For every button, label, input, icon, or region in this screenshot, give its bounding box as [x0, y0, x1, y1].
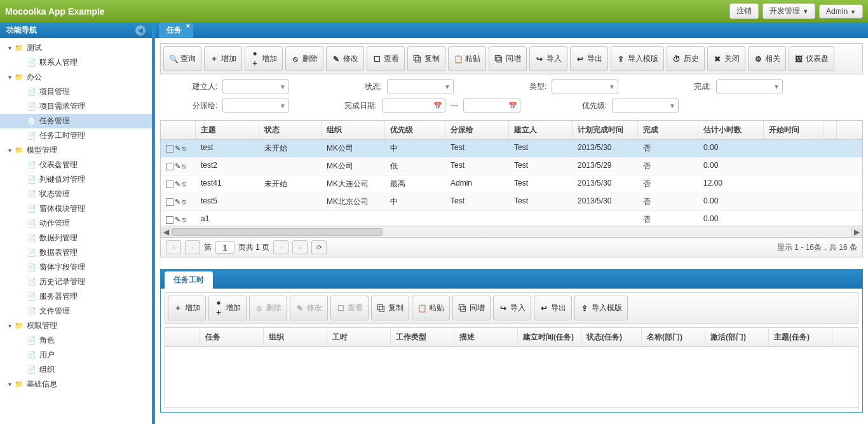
tree-item[interactable]: 📄项目管理: [0, 85, 152, 99]
caret-down-icon[interactable]: ▾: [5, 74, 14, 81]
last-page-button[interactable]: »: [292, 240, 308, 254]
sub-toolbar-同增-button[interactable]: ⿻同增: [452, 296, 491, 320]
toolbar-增加-button[interactable]: ●＋增加: [245, 46, 283, 71]
col-start[interactable]: 开始时间: [764, 121, 824, 139]
table-row[interactable]: ✎⦸a1否0.00: [161, 211, 862, 226]
sub-toolbar-修改-button[interactable]: ✎修改: [290, 296, 328, 320]
sub-col-worktype[interactable]: 工作类型: [391, 328, 454, 346]
priority-combo[interactable]: ▼: [612, 99, 679, 113]
col-assign[interactable]: 分派给: [445, 121, 509, 139]
table-row[interactable]: ✎⦸test未开始MK公司中TestTest2013/5/30否0.00: [161, 140, 862, 158]
scroll-right-icon[interactable]: ▶: [851, 228, 862, 236]
refresh-button[interactable]: ⟳: [311, 240, 327, 254]
delete-icon[interactable]: ⦸: [182, 198, 186, 206]
tree-item[interactable]: 📄历史记录管理: [0, 275, 152, 289]
scroll-left-icon[interactable]: ◀: [161, 228, 172, 236]
edit-icon[interactable]: ✎: [175, 162, 180, 170]
creator-combo[interactable]: ▼: [222, 79, 289, 93]
tree-item[interactable]: ▾📁模型管理: [0, 143, 152, 158]
tree-item[interactable]: 📄数据表管理: [0, 245, 152, 260]
col-subject[interactable]: 主题: [196, 121, 259, 139]
toolbar-相关-button[interactable]: ⚙相关: [748, 46, 786, 71]
tree-item[interactable]: 📄联系人管理: [0, 55, 152, 70]
tree-item[interactable]: 📄角色: [0, 333, 152, 348]
tree-item[interactable]: 📄动作管理: [0, 216, 152, 231]
caret-down-icon[interactable]: ▾: [5, 322, 14, 329]
scroll-thumb[interactable]: [172, 228, 383, 236]
collapse-left-icon[interactable]: ◀: [135, 25, 146, 36]
close-icon[interactable]: ✕: [186, 23, 191, 29]
tree-item[interactable]: 📄列键值对管理: [0, 172, 152, 187]
col-est[interactable]: 估计小时数: [698, 121, 764, 139]
delete-icon[interactable]: ⦸: [182, 144, 186, 153]
tree-item[interactable]: 📄项目需求管理: [0, 99, 152, 114]
toolbar-查询-button[interactable]: 🔍查询: [163, 46, 201, 71]
tree-item[interactable]: ▾📁基础信息: [0, 377, 152, 392]
dev-mgmt-button[interactable]: 开发管理▼: [763, 3, 815, 19]
row-checkbox[interactable]: [166, 145, 173, 153]
tree-item[interactable]: 📄用户: [0, 348, 152, 362]
row-checkbox[interactable]: [166, 198, 173, 206]
sub-toolbar-粘贴-button[interactable]: 📋粘贴: [412, 296, 450, 320]
status-combo[interactable]: ▼: [387, 79, 454, 93]
sub-col-build-time[interactable]: 建立时间(任务): [518, 328, 581, 346]
edit-icon[interactable]: ✎: [175, 144, 180, 153]
table-row[interactable]: ✎⦸test5MK北京公司中TestTest2013/5/30否0.00: [161, 193, 862, 211]
sub-toolbar-增加-button[interactable]: ●＋增加: [208, 296, 247, 320]
toolbar-仪表盘-button[interactable]: 🖼仪表盘: [789, 46, 834, 71]
sub-toolbar-导入模版-button[interactable]: ⇪导入模版: [574, 296, 628, 320]
delete-icon[interactable]: ⦸: [182, 215, 186, 224]
table-row[interactable]: ✎⦸test2MK公司低TestTest2013/5/29否0.00: [161, 158, 862, 175]
logout-button[interactable]: 注销: [729, 3, 759, 19]
col-org[interactable]: 组织: [322, 121, 385, 139]
sub-col-status[interactable]: 状态(任务): [581, 328, 642, 346]
toolbar-导入模版-button[interactable]: ⇪导入模版: [611, 46, 664, 71]
tree-item[interactable]: 📄服务器管理: [0, 289, 152, 304]
tree-item[interactable]: 📄任务工时管理: [0, 128, 152, 143]
toolbar-查看-button[interactable]: ☐查看: [367, 46, 405, 71]
tree-item[interactable]: ▾📁权限管理: [0, 318, 152, 333]
sub-tab-task-hours[interactable]: 任务工时: [165, 271, 213, 289]
type-combo[interactable]: ▼: [552, 79, 618, 93]
sub-col-dept-name[interactable]: 名称(部门): [642, 328, 705, 346]
toolbar-导入-button[interactable]: ↪导入: [529, 46, 567, 71]
toolbar-删除-button[interactable]: ⦸删除: [285, 46, 323, 71]
tree-item[interactable]: 📄窗体字段管理: [0, 260, 152, 275]
toolbar-导出-button[interactable]: ↩导出: [570, 46, 608, 71]
col-plan[interactable]: 计划完成时间: [573, 121, 638, 139]
sub-toolbar-导出-button[interactable]: ↩导出: [534, 296, 572, 320]
tree-item[interactable]: 📄数据列管理: [0, 231, 152, 245]
done-date-to[interactable]: 📅: [463, 99, 520, 113]
sub-toolbar-查看-button[interactable]: ☐查看: [330, 296, 369, 320]
toolbar-粘贴-button[interactable]: 📋粘贴: [448, 46, 486, 71]
done-combo[interactable]: ▼: [716, 79, 783, 93]
tree-item[interactable]: 📄仪表盘管理: [0, 158, 152, 172]
row-checkbox[interactable]: [166, 163, 173, 170]
delete-icon[interactable]: ⦸: [182, 180, 186, 188]
caret-down-icon[interactable]: ▾: [5, 147, 14, 154]
col-status[interactable]: 状态: [259, 121, 322, 139]
tree-item[interactable]: 📄文件管理: [0, 304, 152, 318]
col-creator[interactable]: 建立人: [509, 121, 573, 139]
toolbar-增加-button[interactable]: ＋增加: [204, 46, 242, 71]
toolbar-同增-button[interactable]: ⿻同增: [489, 46, 527, 71]
page-input[interactable]: [215, 241, 234, 254]
first-page-button[interactable]: «: [166, 240, 181, 254]
next-page-button[interactable]: ›: [273, 240, 288, 254]
tree-item[interactable]: 📄任务管理: [0, 114, 152, 128]
sub-col-dept-active[interactable]: 激活(部门): [705, 328, 769, 346]
tree-item[interactable]: 📄组织: [0, 362, 152, 377]
assign-combo[interactable]: ▼: [222, 99, 289, 113]
sub-col-task[interactable]: 任务: [200, 328, 264, 346]
col-done[interactable]: 完成: [638, 121, 698, 139]
edit-icon[interactable]: ✎: [175, 198, 180, 206]
caret-down-icon[interactable]: ▾: [5, 381, 14, 388]
col-priority[interactable]: 优先级: [385, 121, 445, 139]
delete-icon[interactable]: ⦸: [182, 162, 186, 170]
sub-col-org[interactable]: 组织: [264, 328, 327, 346]
toolbar-历史-button[interactable]: ⏱历史: [667, 46, 705, 71]
table-row[interactable]: ✎⦸test41未开始MK大连公司最高AdminTest2013/5/30否12…: [161, 175, 862, 193]
sub-col-desc[interactable]: 描述: [454, 328, 518, 346]
tree-item[interactable]: ▾📁测试: [0, 41, 152, 55]
edit-icon[interactable]: ✎: [175, 215, 180, 224]
